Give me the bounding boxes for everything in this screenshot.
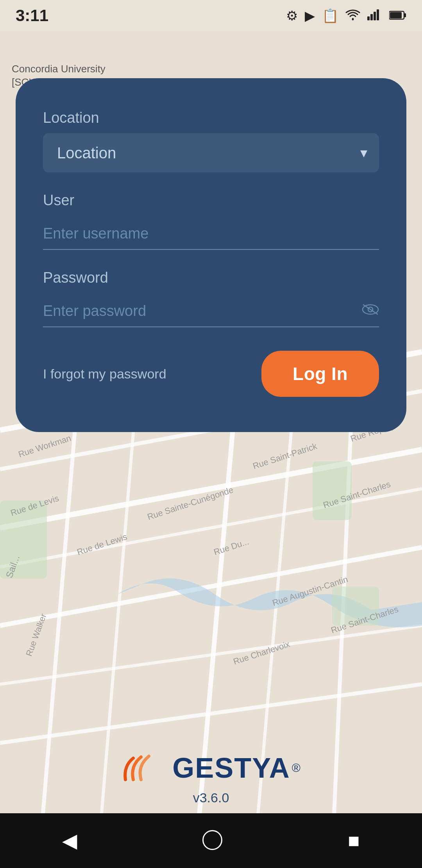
svg-point-29	[352, 18, 354, 20]
location-section: Location Location ▾	[43, 109, 379, 172]
svg-rect-35	[404, 13, 406, 17]
svg-point-40	[203, 831, 222, 850]
status-bar: 3:11 ⚙ ▶ 📋	[0, 0, 422, 31]
bottom-branding: GESTYA ® v3.6.0	[0, 752, 422, 805]
home-icon	[202, 829, 223, 852]
gestya-registered-icon: ®	[292, 761, 300, 775]
wifi-icon	[345, 8, 360, 23]
settings-icon: ⚙	[286, 8, 298, 23]
signal-icon	[367, 8, 382, 23]
login-button[interactable]: Log In	[261, 351, 379, 397]
user-section: User	[43, 192, 379, 250]
svg-rect-36	[390, 12, 402, 18]
forgot-password-link[interactable]: I forgot my password	[43, 366, 166, 382]
back-icon: ◀	[62, 829, 77, 852]
version-text: v3.6.0	[193, 790, 229, 805]
actions-row: I forgot my password Log In	[43, 351, 379, 397]
recent-apps-icon: ■	[348, 829, 359, 852]
back-button[interactable]: ◀	[62, 829, 77, 852]
gestya-text: GESTYA	[172, 752, 290, 784]
status-time: 3:11	[16, 6, 48, 25]
toggle-password-visibility-icon[interactable]	[362, 301, 379, 319]
location-label: Location	[43, 109, 379, 126]
map-label-line1: Concordia University	[12, 63, 106, 76]
svg-rect-33	[377, 9, 379, 20]
username-input[interactable]	[43, 216, 379, 250]
user-label: User	[43, 192, 379, 209]
location-select-wrapper: Location ▾	[43, 133, 379, 172]
gestya-swooshes-icon	[122, 752, 172, 784]
password-label: Password	[43, 269, 379, 286]
svg-rect-32	[374, 12, 376, 20]
battery-icon	[389, 8, 406, 23]
password-section: Password	[43, 269, 379, 327]
status-icons: ⚙ ▶ 📋	[286, 8, 406, 23]
location-select[interactable]: Location	[43, 133, 379, 172]
navigation-bar: ◀ ■	[0, 813, 422, 868]
svg-rect-14	[313, 461, 352, 520]
sim-icon: 📋	[322, 8, 338, 23]
login-card: Location Location ▾ User Password	[16, 78, 406, 432]
password-input-wrapper	[43, 293, 379, 327]
recent-apps-button[interactable]: ■	[348, 829, 359, 852]
play-icon: ▶	[305, 8, 315, 23]
svg-rect-31	[370, 14, 373, 20]
password-input[interactable]	[43, 293, 379, 327]
svg-rect-30	[367, 16, 370, 20]
gestya-logo: GESTYA ®	[122, 752, 300, 784]
home-button[interactable]	[202, 829, 223, 852]
